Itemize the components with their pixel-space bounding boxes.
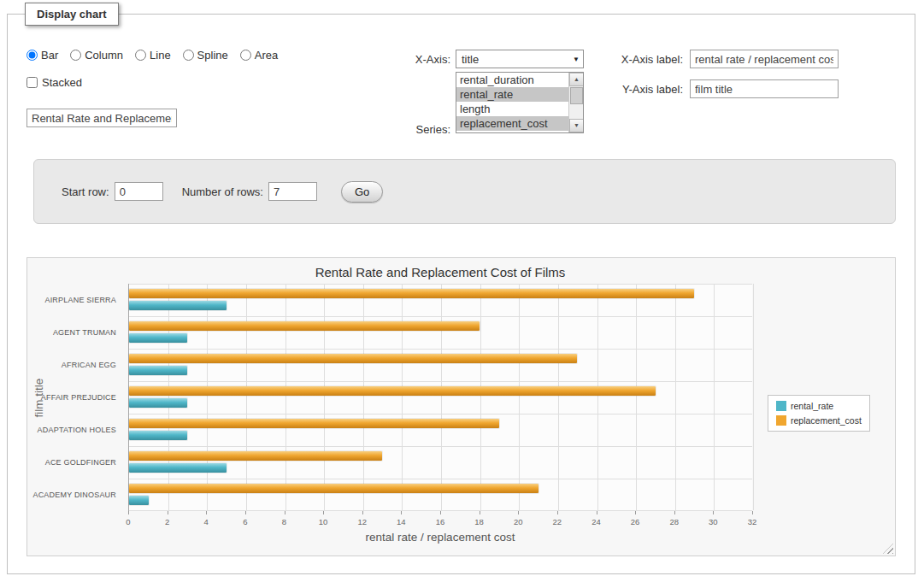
tick-mark — [518, 511, 519, 514]
series-scrollbar[interactable]: ▲ ▼ — [568, 73, 583, 132]
tick-label: 16 — [427, 517, 453, 526]
tick-label: 6 — [232, 517, 258, 526]
number-of-rows-label: Number of rows: — [182, 185, 263, 198]
y-axis-label-input[interactable] — [690, 79, 839, 98]
stacked-checkbox-row: Stacked — [26, 76, 82, 89]
bar-rental_rate — [129, 366, 187, 375]
radio-spline-input[interactable] — [183, 50, 194, 61]
plot-area — [128, 284, 752, 511]
legend-item-rental-rate[interactable]: rental_rate — [776, 401, 862, 411]
y-axis-category-labels: AIRPLANE SIERRAAGENT TRUMANAFRICAN EGGAF… — [27, 284, 123, 511]
bar-replacement_cost — [129, 321, 480, 331]
gridline-vertical — [168, 284, 169, 510]
radio-spline[interactable]: Spline — [183, 49, 228, 62]
category-label: ACE GOLDFINGER — [27, 458, 123, 467]
rows-panel: Start row: Number of rows: Go — [33, 159, 896, 224]
gridline-vertical — [558, 284, 559, 510]
gridline-vertical — [597, 284, 598, 510]
gridline-horizontal — [129, 349, 752, 350]
radio-column-input[interactable] — [70, 50, 81, 61]
x-axis-selected-value: title — [462, 53, 479, 66]
series-option-replacement-cost[interactable]: replacement_cost — [456, 116, 568, 131]
chart-title-input[interactable] — [26, 109, 177, 127]
tick-label: 20 — [505, 517, 531, 526]
bar-replacement_cost — [129, 354, 577, 363]
gridline-vertical — [675, 284, 676, 510]
bar-replacement_cost — [129, 451, 382, 461]
radio-bar-label: Bar — [41, 49, 58, 62]
number-of-rows-input[interactable] — [268, 182, 317, 201]
gridline-vertical — [207, 284, 208, 510]
legend-label: rental_rate — [791, 401, 833, 411]
legend-item-replacement-cost[interactable]: replacement_cost — [776, 415, 862, 426]
legend-swatch-replacement-cost — [776, 415, 786, 426]
category-label: ADAPTATION HOLES — [27, 426, 123, 434]
chart-panel: Rental Rate and Replacement Cost of Film… — [26, 257, 896, 556]
gridline-vertical — [480, 284, 481, 510]
tick-mark — [752, 511, 753, 514]
radio-line-label: Line — [150, 49, 171, 62]
tick-mark — [635, 511, 636, 514]
gridline-horizontal — [129, 381, 752, 382]
tick-mark — [168, 511, 168, 514]
series-option-rental-rate[interactable]: rental_rate — [456, 87, 568, 102]
radio-area[interactable]: Area — [240, 49, 278, 62]
stacked-checkbox[interactable] — [26, 77, 38, 88]
chart-type-radio-group: Bar Column Line Spline Area — [26, 49, 278, 62]
x-axis-select[interactable]: title ▼ — [456, 50, 584, 68]
gridline-horizontal — [129, 479, 752, 479]
category-label: ACADEMY DINOSAUR — [27, 491, 123, 499]
tick-label: 2 — [155, 517, 180, 526]
tick-label: 22 — [544, 517, 570, 526]
radio-bar[interactable]: Bar — [26, 49, 58, 62]
bar-replacement_cost — [129, 419, 499, 428]
stacked-label: Stacked — [42, 76, 82, 89]
tick-label: 24 — [584, 517, 609, 526]
gridline-vertical — [441, 284, 442, 510]
series-listbox-label: Series: — [392, 123, 450, 136]
chart-title: Rental Rate and Replacement Cost of Film… — [128, 265, 752, 279]
scrollbar-thumb[interactable] — [570, 87, 583, 104]
legend-swatch-rental-rate — [776, 401, 786, 411]
radio-column[interactable]: Column — [70, 49, 123, 62]
gridline-vertical — [753, 284, 754, 510]
resize-handle-icon[interactable] — [883, 544, 893, 554]
radio-bar-input[interactable] — [26, 50, 38, 61]
x-axis-label-caption: X-Axis label: — [597, 53, 683, 66]
radio-area-input[interactable] — [240, 50, 251, 61]
x-axis-label-input[interactable] — [690, 50, 839, 68]
gridline-vertical — [636, 284, 637, 510]
gridline-vertical — [324, 284, 325, 510]
start-row-input[interactable] — [115, 182, 163, 201]
category-label: AFRICAN EGG — [27, 361, 123, 369]
series-option-length[interactable]: length — [456, 102, 568, 116]
tick-label: 32 — [739, 517, 765, 526]
series-listbox: rental_duration rental_rate length repla… — [456, 72, 584, 133]
series-options: rental_duration rental_rate length repla… — [456, 73, 568, 132]
bar-rental_rate — [129, 301, 227, 310]
tick-label: 28 — [662, 517, 687, 526]
series-option-rental-duration[interactable]: rental_duration — [456, 73, 568, 87]
tick-mark — [674, 511, 675, 514]
tick-label: 10 — [310, 517, 336, 526]
radio-line[interactable]: Line — [135, 49, 171, 62]
tick-mark — [597, 511, 597, 514]
tick-label: 30 — [700, 517, 726, 526]
tick-label: 14 — [388, 517, 414, 526]
tick-mark — [557, 511, 558, 514]
y-axis-label-caption: Y-Axis label: — [597, 83, 683, 96]
tick-label: 18 — [467, 517, 492, 526]
scroll-down-icon[interactable]: ▼ — [569, 119, 584, 132]
radio-line-input[interactable] — [135, 50, 146, 61]
gridline-horizontal — [129, 284, 752, 285]
bar-replacement_cost — [129, 289, 694, 298]
bar-rental_rate — [129, 398, 187, 408]
chart-legend: rental_rate replacement_cost — [768, 395, 870, 432]
go-button[interactable]: Go — [341, 181, 383, 203]
display-chart-fieldset: Display chart Bar Column Line Spline Are… — [7, 14, 915, 574]
tick-mark — [206, 511, 207, 514]
gridline-horizontal — [129, 414, 752, 414]
scroll-up-icon[interactable]: ▲ — [569, 73, 584, 86]
x-axis-title: rental rate / replacement cost — [128, 531, 752, 544]
gridline-vertical — [246, 284, 247, 510]
